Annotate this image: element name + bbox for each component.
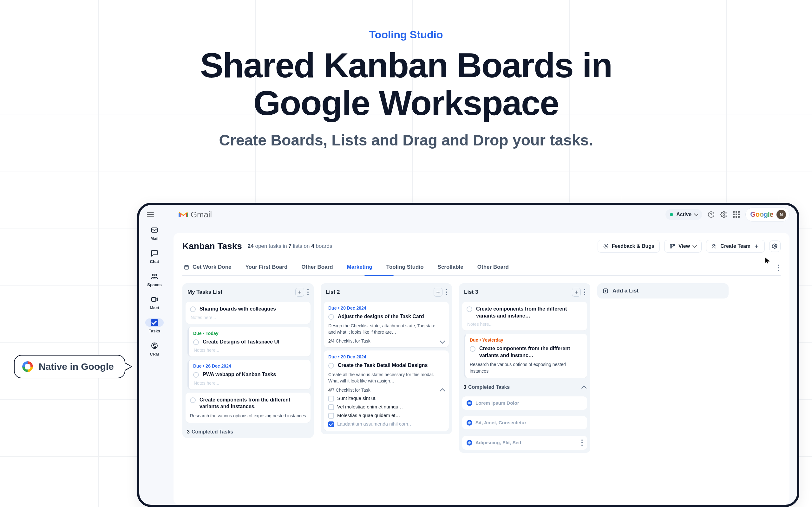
complete-toggle[interactable]: [328, 363, 334, 369]
tab-get-work-done[interactable]: Get Work Done: [183, 260, 233, 275]
task-due: Due•Today: [193, 331, 306, 336]
rail-item-mail[interactable]: Mail: [150, 226, 159, 241]
completed-section-toggle[interactable]: 3Completed Tasks: [462, 381, 587, 390]
view-button[interactable]: View: [664, 240, 702, 252]
google-g-icon: [22, 361, 33, 372]
board-settings-button[interactable]: [769, 240, 780, 252]
task-card[interactable]: Create components from the different var…: [462, 302, 587, 331]
add-card-button[interactable]: [434, 288, 443, 297]
complete-toggle[interactable]: [470, 346, 475, 352]
svg-rect-11: [674, 244, 675, 246]
board-surface: Kanban Tasks 24 open tasks in 7 lists on…: [173, 233, 790, 505]
help-icon[interactable]: [707, 211, 715, 218]
tab-your-first-board[interactable]: Your First Board: [244, 260, 289, 275]
checklist-item[interactable]: Molestias a quae quidem et…: [328, 412, 444, 418]
task-card[interactable]: Create components from the different var…: [186, 393, 310, 423]
svg-rect-10: [672, 244, 673, 247]
completed-task-row[interactable]: Lorem Ipsum Dolor: [462, 396, 587, 410]
topbar: Gmail Active Google N: [139, 205, 797, 224]
feedback-label: Feedback & Bugs: [612, 243, 654, 249]
task-card[interactable]: Due•26 Dec 2024 PWA webapp of Kanban Tas…: [188, 360, 310, 389]
add-card-button[interactable]: [295, 288, 304, 297]
complete-toggle[interactable]: [190, 397, 196, 403]
rail-item-tasks[interactable]: Tasks: [145, 319, 164, 333]
tab-other-board-2[interactable]: Other Board: [476, 260, 510, 275]
task-card[interactable]: Due•Today Create Designs of Taskspace UI…: [188, 327, 310, 357]
add-list-label: Add a List: [612, 288, 639, 294]
gmail-word: Gmail: [191, 210, 212, 220]
chevron-down-icon: [693, 243, 697, 248]
svg-point-4: [152, 274, 154, 276]
presence-status-chip[interactable]: Active: [665, 209, 702, 220]
chevron-up-icon: [440, 389, 445, 394]
tab-other-board-1[interactable]: Other Board: [300, 260, 334, 275]
account-chip[interactable]: Google N: [745, 208, 790, 222]
tab-tooling-studio[interactable]: Tooling Studio: [385, 260, 425, 275]
svg-point-1: [711, 216, 711, 216]
complete-toggle[interactable]: [193, 339, 199, 345]
task-title: Create Designs of Taskspace UI: [203, 338, 280, 345]
task-title: Create components from the different var…: [479, 345, 583, 359]
google-apps-icon[interactable]: [733, 211, 740, 218]
completed-task-row[interactable]: Adipiscing, Elit, Sed: [462, 436, 587, 450]
complete-toggle[interactable]: [328, 314, 334, 320]
settings-gear-icon[interactable]: [720, 211, 728, 218]
rail-item-meet[interactable]: Meet: [150, 295, 159, 310]
task-due: Due•20 Dec 2024: [328, 305, 444, 311]
kanban-list: List 3 Create components from the differ…: [459, 283, 590, 453]
task-description: Create all the various states necessary …: [328, 372, 444, 384]
svg-rect-6: [152, 297, 156, 301]
rail-item-chat[interactable]: Chat: [150, 249, 159, 264]
checklist-item[interactable]: Vel molestiae enim et numqu…: [328, 404, 444, 410]
rail-label: CRM: [150, 352, 159, 356]
kanban-list: List 2 Due•20 Dec 2024 Adjust the design…: [321, 283, 452, 434]
chevron-down-icon: [440, 338, 445, 344]
svg-point-8: [605, 245, 606, 247]
add-list-button[interactable]: Add a List: [597, 283, 728, 298]
checklist-summary[interactable]: 4/7 Checklist for Task: [328, 387, 444, 393]
tab-scrollable[interactable]: Scrollable: [437, 260, 465, 275]
complete-toggle[interactable]: [467, 306, 472, 312]
checkbox-checked-icon[interactable]: [328, 421, 334, 427]
row-menu-button[interactable]: [581, 440, 583, 446]
gmail-logo[interactable]: Gmail: [179, 210, 212, 220]
menu-icon[interactable]: [147, 212, 154, 217]
rail-item-spaces[interactable]: Spaces: [147, 272, 162, 287]
list-menu-button[interactable]: [584, 289, 585, 295]
task-notes-placeholder: Notes here...: [467, 322, 583, 327]
rail-item-crm[interactable]: CRM: [150, 342, 159, 356]
task-card[interactable]: Due•20 Dec 2024 Adjust the designs of th…: [324, 302, 449, 347]
checkbox-icon[interactable]: [328, 404, 334, 410]
app-shell: Gmail Active Google N: [137, 203, 799, 507]
task-due: Due•26 Dec 2024: [193, 363, 306, 369]
task-title: Create components from the different var…: [476, 305, 583, 319]
meet-icon: [150, 295, 159, 303]
task-title: Create the Task Detail Modal Designs: [338, 362, 427, 369]
completed-task-title: Lorem Ipsum Dolor: [475, 400, 519, 406]
checklist-item[interactable]: Laudantium assumenda nihil com…: [328, 421, 444, 427]
list-title: List 3: [464, 289, 478, 295]
complete-toggle[interactable]: [193, 372, 199, 378]
task-card[interactable]: Due•Yesterday Create components from the…: [464, 334, 587, 378]
checklist-summary[interactable]: 2/4 Checklist for Task: [328, 338, 444, 343]
checkbox-icon[interactable]: [328, 396, 334, 401]
feedback-button[interactable]: Feedback & Bugs: [598, 240, 660, 252]
completed-section-toggle[interactable]: 3Completed Tasks: [186, 426, 310, 435]
svg-rect-14: [185, 266, 189, 269]
list-menu-button[interactable]: [307, 289, 309, 295]
done-disc-icon: [467, 400, 472, 406]
task-card[interactable]: Sharing boards with colleagues Notes her…: [186, 302, 310, 324]
completed-task-row[interactable]: Sit, Amet, Consectetur: [462, 416, 587, 429]
tabs-overflow-button[interactable]: [778, 265, 780, 271]
hero-title: Shared Kanban Boards in Google Workspace: [0, 47, 812, 122]
task-card[interactable]: Due•20 Dec 2024 Create the Task Detail M…: [324, 350, 449, 431]
checkbox-icon[interactable]: [328, 413, 334, 418]
create-team-button[interactable]: Create Team: [706, 240, 765, 252]
list-menu-button[interactable]: [446, 289, 447, 295]
task-due: Due•20 Dec 2024: [328, 354, 444, 359]
tab-marketing[interactable]: Marketing: [346, 260, 374, 275]
checklist-item[interactable]: Sunt itaque sint ut.: [328, 395, 444, 401]
complete-toggle[interactable]: [190, 306, 196, 312]
hero-subtitle: Create Boards, Lists and Drag and Drop y…: [0, 131, 812, 149]
add-card-button[interactable]: [572, 288, 581, 297]
